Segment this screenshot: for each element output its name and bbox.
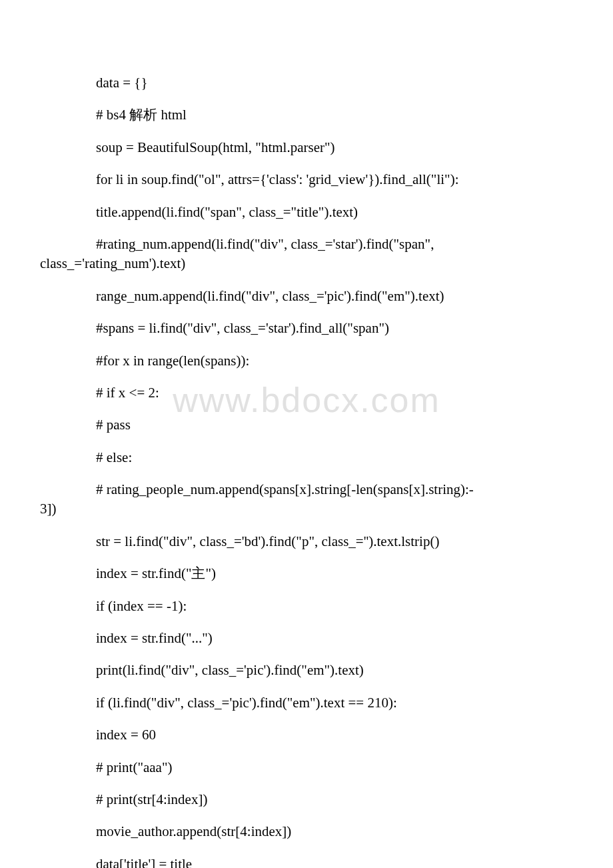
code-line: print(li.find("div", class_='pic').find(…	[40, 661, 573, 680]
code-content: data = {} # bs4 解析 html soup = Beautiful…	[40, 73, 573, 868]
code-line: #rating_num.append(li.find("div", class_…	[40, 235, 573, 274]
code-line: # else:	[40, 448, 573, 467]
code-line: title.append(li.find("span", class_="tit…	[40, 203, 573, 222]
code-line: data = {}	[40, 73, 573, 93]
code-line: # print("aaa")	[40, 758, 573, 777]
code-line: movie_author.append(str[4:index])	[40, 822, 573, 841]
code-line: if (index == -1):	[40, 597, 573, 616]
code-line: str = li.find("div", class_='bd').find("…	[40, 532, 573, 551]
code-line: # rating_people_num.append(spans[x].stri…	[40, 480, 573, 519]
code-line: #for x in range(len(spans)):	[40, 351, 573, 371]
code-line: for li in soup.find("ol", attrs={'class'…	[40, 170, 573, 189]
code-line: # print(str[4:index])	[40, 790, 573, 809]
code-line: # bs4 解析 html	[40, 105, 573, 125]
code-line: index = str.find("...")	[40, 629, 573, 648]
code-line: if (li.find("div", class_='pic').find("e…	[40, 693, 573, 713]
code-line: data['title'] = title	[40, 855, 573, 868]
code-line: # if x <= 2:	[40, 383, 573, 403]
code-line: index = 60	[40, 725, 573, 745]
code-line: index = str.find("主")	[40, 564, 573, 583]
code-line: # pass	[40, 415, 573, 435]
code-line: range_num.append(li.find("div", class_='…	[40, 287, 573, 306]
code-line: soup = BeautifulSoup(html, "html.parser"…	[40, 138, 573, 157]
code-line: #spans = li.find("div", class_='star').f…	[40, 319, 573, 338]
